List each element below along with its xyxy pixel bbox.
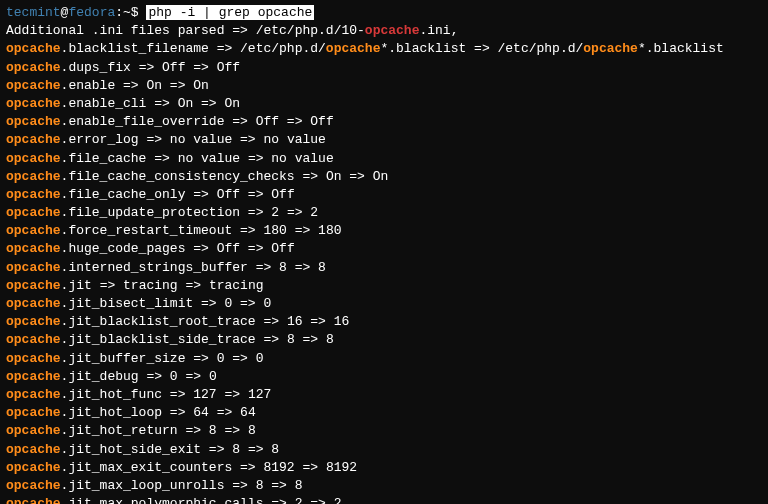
grep-highlight: opcache (6, 496, 61, 504)
arrow-separator: => (146, 151, 177, 166)
arrow-separator: => (279, 205, 310, 220)
setting-value-master: 0 (263, 296, 271, 311)
output-setting-line: opcache.force_restart_timeout => 180 => … (6, 222, 762, 240)
setting-value-master: 0 (256, 351, 264, 366)
setting-name: .jit_debug (61, 369, 139, 384)
setting-value-master: On (373, 169, 389, 184)
command-input[interactable]: php -i | grep opcache (146, 5, 314, 20)
setting-name: .jit_hot_side_exit (61, 442, 201, 457)
grep-highlight: opcache (6, 478, 61, 493)
output-setting-line: opcache.enable_file_override => Off => O… (6, 113, 762, 131)
arrow-separator: => (92, 278, 123, 293)
setting-name: .jit_bisect_limit (61, 296, 194, 311)
output-setting-line: opcache.jit_max_loop_unrolls => 8 => 8 (6, 477, 762, 495)
setting-value-master: 16 (334, 314, 350, 329)
grep-highlight: opcache (6, 460, 61, 475)
setting-name: .interned_strings_buffer (61, 260, 248, 275)
setting-value-master: 180 (318, 223, 341, 238)
arrow-separator: => (178, 423, 209, 438)
grep-highlight: opcache (6, 169, 61, 184)
arrow-separator: => (209, 405, 240, 420)
arrow-separator: => (193, 296, 224, 311)
setting-name: .file_cache_only (61, 187, 186, 202)
setting-value-master: 8 (295, 478, 303, 493)
setting-value-master: 8 (271, 442, 279, 457)
setting-value-local: tracing (123, 278, 178, 293)
setting-name: .force_restart_timeout (61, 223, 233, 238)
arrow-separator: => (217, 423, 248, 438)
arrow-separator: => (201, 442, 232, 457)
setting-value-local: 0 (170, 369, 178, 384)
setting-value-local: Off (256, 114, 279, 129)
setting-value-local: On (146, 78, 162, 93)
setting-name: .jit_max_exit_counters (61, 460, 233, 475)
setting-name: .jit_blacklist_side_trace (61, 332, 256, 347)
arrow-separator: => (162, 78, 193, 93)
grep-highlight: opcache (6, 78, 61, 93)
setting-value-local: 16 (287, 314, 303, 329)
output-setting-line: opcache.file_cache_only => Off => Off (6, 186, 762, 204)
setting-name: .enable (61, 78, 116, 93)
setting-value-master: Off (310, 114, 333, 129)
arrow-separator: => (248, 260, 279, 275)
arrow-separator: => (185, 187, 216, 202)
grep-highlight: opcache (6, 351, 61, 366)
grep-highlight: opcache (6, 151, 61, 166)
setting-value-local: 8 (279, 260, 287, 275)
setting-name: .file_cache (61, 151, 147, 166)
arrow-separator: => (232, 132, 263, 147)
grep-highlight: opcache (6, 260, 61, 275)
setting-value-master: Off (271, 241, 294, 256)
setting-value-local: 64 (193, 405, 209, 420)
setting-value-master: On (193, 78, 209, 93)
setting-name: .enable_cli (61, 96, 147, 111)
output-setting-line: opcache.interned_strings_buffer => 8 => … (6, 259, 762, 277)
setting-name: .huge_code_pages (61, 241, 186, 256)
setting-value-local: Off (162, 60, 185, 75)
arrow-separator: => (115, 78, 146, 93)
setting-name: .file_cache_consistency_checks (61, 169, 295, 184)
setting-name: .jit_hot_func (61, 387, 162, 402)
grep-highlight: opcache (6, 423, 61, 438)
setting-value-local: 180 (263, 223, 286, 238)
setting-value-local: On (178, 96, 194, 111)
arrow-separator: => (232, 223, 263, 238)
arrow-separator: => (139, 369, 170, 384)
setting-name: .jit_buffer_size (61, 351, 186, 366)
prompt-host: fedora (68, 5, 115, 20)
setting-value-master: no value (271, 151, 333, 166)
setting-name: .file_update_protection (61, 205, 240, 220)
arrow-separator: => (295, 169, 326, 184)
output-text: *.blacklist => /etc/php.d/ (380, 41, 583, 56)
output-setting-line: opcache.jit_hot_return => 8 => 8 (6, 422, 762, 440)
arrow-separator: => (240, 205, 271, 220)
setting-value-master: no value (263, 132, 325, 147)
grep-highlight: opcache (6, 442, 61, 457)
arrow-separator: => (185, 60, 216, 75)
output-setting-line: opcache.jit_max_polymorphic_calls => 2 =… (6, 495, 762, 504)
prompt-line: tecmint@fedora:~$ php -i | grep opcache (6, 4, 762, 22)
setting-name: .jit (61, 278, 92, 293)
setting-value-local: 8192 (263, 460, 294, 475)
arrow-separator: => (131, 60, 162, 75)
output-text: Additional .ini files parsed => /etc/php… (6, 23, 365, 38)
grep-highlight: opcache (6, 314, 61, 329)
output-setting-line: opcache.error_log => no value => no valu… (6, 131, 762, 149)
arrow-separator: => (139, 132, 170, 147)
grep-highlight: opcache (6, 369, 61, 384)
arrow-separator: => (232, 460, 263, 475)
arrow-separator: => (224, 478, 255, 493)
setting-value-local: 127 (193, 387, 216, 402)
setting-value-master: Off (271, 187, 294, 202)
output-setting-line: opcache.jit_debug => 0 => 0 (6, 368, 762, 386)
grep-highlight: opcache (6, 223, 61, 238)
arrow-separator: => (279, 114, 310, 129)
grep-highlight: opcache (365, 23, 420, 38)
arrow-separator: => (240, 151, 271, 166)
grep-highlight: opcache (6, 405, 61, 420)
setting-value-master: 0 (209, 369, 217, 384)
grep-highlight: opcache (6, 332, 61, 347)
setting-value-master: 127 (248, 387, 271, 402)
grep-highlight: opcache (6, 60, 61, 75)
output-text: .ini, (419, 23, 458, 38)
